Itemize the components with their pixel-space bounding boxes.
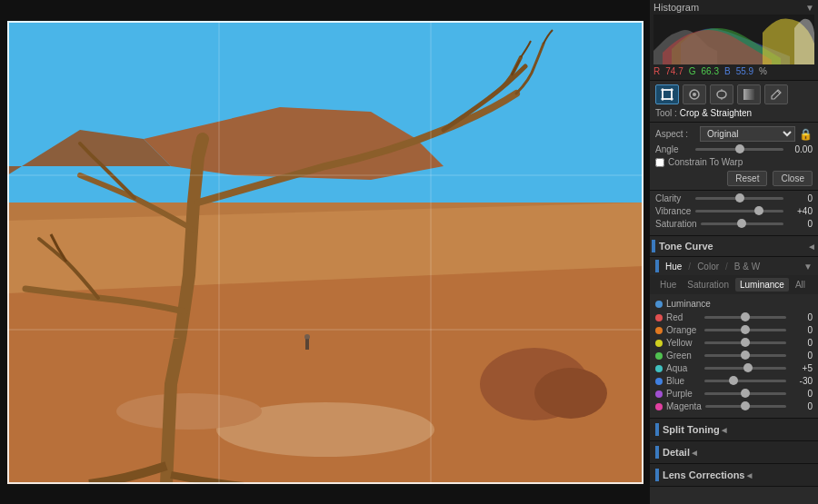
histogram-collapse-icon[interactable]: ▼ bbox=[805, 3, 814, 13]
lum-tab-all[interactable]: All bbox=[791, 278, 810, 292]
split-toning-title: Split Toning bbox=[663, 424, 720, 435]
aspect-row: Aspect : Original 1:1 4:3 16:9 Custom 🔒 bbox=[655, 126, 813, 142]
orange-thumb[interactable] bbox=[741, 325, 750, 334]
b-label: B bbox=[724, 66, 731, 76]
svg-rect-10 bbox=[305, 339, 309, 350]
aspect-select[interactable]: Original 1:1 4:3 16:9 Custom bbox=[700, 126, 795, 142]
tone-curve-arrow: ◄ bbox=[807, 242, 816, 252]
saturation-value: 0 bbox=[787, 219, 813, 229]
hsl-slider-yellow: Yellow 0 bbox=[655, 338, 813, 348]
split-toning-bar bbox=[655, 423, 659, 436]
svg-point-9 bbox=[116, 393, 262, 430]
vibrance-thumb[interactable] bbox=[754, 206, 763, 215]
clarity-track[interactable] bbox=[695, 197, 783, 200]
magenta-track[interactable] bbox=[705, 405, 786, 408]
split-toning-arrow: ◄ bbox=[720, 425, 729, 435]
gradient-tool-icon[interactable] bbox=[737, 84, 761, 104]
luminance-label-row: Luminance bbox=[655, 297, 813, 311]
svg-point-24 bbox=[693, 93, 696, 96]
luminance-tabs: Hue Saturation Luminance All bbox=[650, 275, 818, 294]
yellow-thumb[interactable] bbox=[741, 338, 750, 347]
magenta-thumb[interactable] bbox=[741, 401, 750, 410]
aqua-thumb[interactable] bbox=[743, 363, 753, 372]
blue-thumb[interactable] bbox=[729, 376, 738, 385]
image-area bbox=[0, 0, 650, 504]
radial-tool-icon[interactable] bbox=[710, 84, 733, 104]
orange-dot bbox=[655, 327, 663, 334]
aqua-dot bbox=[655, 365, 663, 372]
hsl-sliders: Luminance Red 0 Orange 0 Yellow 0 bbox=[650, 294, 818, 418]
tool-icons bbox=[655, 84, 813, 104]
green-dot bbox=[655, 352, 663, 360]
constrain-row: Constrain To Warp bbox=[655, 157, 813, 167]
aqua-track[interactable] bbox=[704, 367, 786, 370]
tool-label-row: Tool : Crop & Straighten bbox=[655, 108, 813, 118]
detail-arrow: ◄ bbox=[690, 448, 699, 458]
purple-thumb[interactable] bbox=[741, 389, 750, 398]
saturation-thumb[interactable] bbox=[737, 219, 746, 228]
purple-dot bbox=[655, 390, 663, 398]
orange-value: 0 bbox=[790, 325, 813, 335]
toolbar: Tool : Crop & Straighten bbox=[650, 81, 818, 123]
angle-label: Angle bbox=[655, 144, 692, 154]
green-thumb[interactable] bbox=[741, 351, 750, 360]
hsl-collapse-arrow[interactable]: ▼ bbox=[803, 262, 813, 272]
angle-track[interactable] bbox=[695, 148, 783, 151]
hsl-slider-red: Red 0 bbox=[655, 312, 813, 322]
hsl-slider-rows: Red 0 Orange 0 Yellow 0 Green bbox=[655, 312, 813, 411]
red-dot bbox=[655, 314, 663, 321]
blue-track[interactable] bbox=[704, 380, 786, 382]
heal-tool-icon[interactable] bbox=[683, 84, 706, 104]
purple-track[interactable] bbox=[704, 392, 786, 395]
hsl-section: Hue / Color / B & W ▼ Hue Saturation Lum… bbox=[650, 257, 818, 419]
bottom-panels[interactable]: Clarity 0 Vibrance +40 Saturation bbox=[650, 191, 818, 504]
luminance-title: Luminance bbox=[666, 299, 711, 309]
histogram-title: Histogram bbox=[653, 2, 699, 13]
red-track[interactable] bbox=[704, 316, 786, 319]
lock-icon[interactable]: 🔒 bbox=[799, 128, 813, 141]
percent-label: % bbox=[759, 66, 767, 76]
tone-curve-header[interactable]: Tone Curve ◄ bbox=[650, 236, 818, 257]
svg-rect-18 bbox=[663, 90, 672, 99]
vibrance-row: Vibrance +40 bbox=[655, 206, 813, 216]
yellow-value: 0 bbox=[790, 338, 813, 348]
clarity-thumb[interactable] bbox=[735, 193, 744, 203]
lum-tab-hue[interactable]: Hue bbox=[655, 278, 681, 292]
button-row: Reset Close bbox=[655, 171, 813, 186]
red-value: 0 bbox=[790, 312, 813, 322]
hsl-tab-hue[interactable]: Hue bbox=[663, 261, 684, 272]
r-label: R bbox=[653, 66, 660, 76]
green-track[interactable] bbox=[704, 354, 786, 357]
green-value: 0 bbox=[790, 351, 813, 361]
saturation-track[interactable] bbox=[701, 222, 783, 225]
vibrance-track[interactable] bbox=[695, 210, 783, 212]
reset-button[interactable]: Reset bbox=[727, 171, 767, 186]
detail-header[interactable]: Detail ◄ bbox=[650, 441, 818, 464]
lum-tab-luminance[interactable]: Luminance bbox=[735, 278, 789, 292]
purple-label: Purple bbox=[666, 389, 701, 399]
tool-label: Tool : bbox=[655, 108, 677, 118]
angle-thumb[interactable] bbox=[735, 144, 744, 153]
lens-corrections-header[interactable]: Lens Corrections ◄ bbox=[650, 464, 818, 487]
hsl-slider-green: Green 0 bbox=[655, 351, 813, 361]
luminance-circle bbox=[655, 301, 663, 308]
histogram-section: Histogram ▼ R 74.7 bbox=[650, 0, 818, 81]
close-button[interactable]: Close bbox=[773, 171, 813, 186]
green-label: Green bbox=[666, 351, 701, 361]
hsl-slider-aqua: Aqua +5 bbox=[655, 363, 813, 373]
red-thumb[interactable] bbox=[741, 312, 750, 321]
adj-brush-tool-icon[interactable] bbox=[764, 84, 788, 104]
hsl-tab-color[interactable]: Color bbox=[694, 261, 722, 272]
hsl-bar bbox=[655, 260, 659, 272]
hsl-slider-orange: Orange 0 bbox=[655, 325, 813, 335]
angle-value: 0.00 bbox=[787, 144, 813, 154]
yellow-track[interactable] bbox=[704, 341, 786, 344]
crop-tool-icon[interactable] bbox=[655, 84, 679, 104]
blue-value: -30 bbox=[790, 376, 813, 386]
split-toning-header[interactable]: Split Toning ◄ bbox=[650, 419, 818, 441]
hsl-tab-bw[interactable]: B & W bbox=[732, 261, 763, 272]
vibrance-label: Vibrance bbox=[655, 206, 692, 216]
orange-track[interactable] bbox=[704, 329, 786, 331]
constrain-checkbox[interactable] bbox=[655, 158, 664, 167]
lum-tab-saturation[interactable]: Saturation bbox=[683, 278, 733, 292]
